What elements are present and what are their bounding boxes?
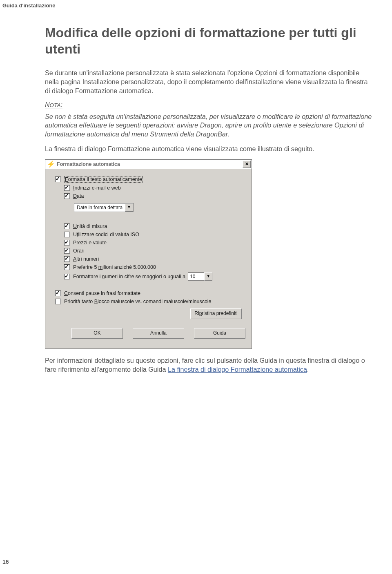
page-title: Modifica delle opzioni di formattazione … [45,25,372,57]
units-checkbox[interactable] [64,223,70,229]
numbers-threshold-checkbox[interactable] [64,274,70,279]
closing-paragraph: Per informazioni dettagliate su queste o… [45,356,372,374]
lead-paragraph: La finestra di dialogo Formattazione aut… [45,145,372,154]
caps-priority-checkbox[interactable] [55,299,61,304]
reset-defaults-button[interactable]: Ripristina predefiniti [190,308,242,319]
allow-pauses-checkbox[interactable] [55,290,61,296]
option-date[interactable]: Data [64,193,243,199]
note-label: NOTA: [45,101,62,109]
iso-currency-checkbox[interactable] [64,232,70,237]
dialog-titlebar: ⚡ Formattazione automatica ✕ [45,160,252,169]
option-allow-pauses[interactable]: Consenti pause in frasi formattate [55,290,243,296]
option-prices[interactable]: Prezzi e valute [64,240,243,246]
option-units[interactable]: Unità di misura [64,223,243,229]
option-iso-currency[interactable]: Utilizzare codici di valuta ISO [64,232,243,237]
option-other-numbers[interactable]: Altri numeri [64,256,243,262]
bolt-icon: ⚡ [47,161,55,168]
auto-format-dialog: ⚡ Formattazione automatica ✕ Formatta il… [45,159,252,349]
cancel-button[interactable]: Annulla [133,328,184,339]
option-email-web[interactable]: Indirizzi e-mail e web [64,185,243,191]
dialog-title: Formattazione automatica [57,161,243,167]
help-topic-link[interactable]: La finestra di dialogo Formattazione aut… [168,366,307,373]
email-web-checkbox[interactable] [64,185,70,191]
prices-checkbox[interactable] [64,240,70,246]
help-button[interactable]: Guida [194,328,245,339]
option-prefer-million[interactable]: Preferire 5 milioni anzichè 5.000.000 [64,264,243,270]
date-mode-value: Date in forma dettata [74,205,125,210]
date-checkbox[interactable] [64,193,70,199]
date-mode-dropdown[interactable]: Date in forma dettata ▼ [74,203,134,212]
option-auto-format[interactable]: Formatta il testo automaticamente [55,176,243,183]
option-numbers-threshold[interactable]: Formattare i numeri in cifre se maggiori… [64,272,243,281]
option-caps-priority[interactable]: Priorità tasto Blocco maiuscole vs. coma… [55,299,243,304]
page-number: 16 [2,558,9,565]
ok-button[interactable]: OK [71,328,123,339]
numbers-threshold-input[interactable] [188,272,204,281]
chevron-down-icon[interactable]: ▼ [125,203,133,212]
other-numbers-checkbox[interactable] [64,256,70,262]
prefer-million-checkbox[interactable] [64,264,70,270]
note-paragraph: Se non è stata eseguita un'installazione… [45,112,372,139]
close-button[interactable]: ✕ [243,161,251,168]
intro-paragraph: Se durante un'installazione personalizza… [45,69,372,96]
option-times[interactable]: Orari [64,248,243,254]
times-checkbox[interactable] [64,248,70,254]
running-header: Guida d'installazione [2,2,56,9]
auto-format-checkbox[interactable] [55,176,61,182]
chevron-down-icon[interactable]: ▼ [204,272,212,281]
